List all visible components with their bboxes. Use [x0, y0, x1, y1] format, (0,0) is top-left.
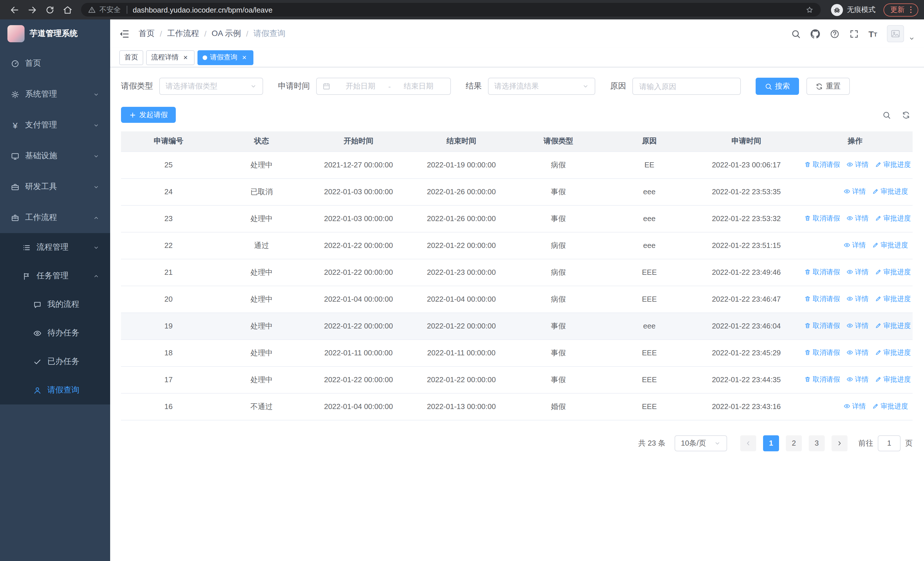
cancel-action-link[interactable]: 取消请假 [804, 321, 840, 331]
result-select[interactable]: 请选择流结果 [488, 78, 595, 95]
edit-icon [875, 349, 882, 356]
reset-button[interactable]: 重置 [806, 78, 850, 95]
sidebar-item-workflow[interactable]: 工作流程 [0, 202, 110, 233]
detail-action-link[interactable]: 详情 [843, 402, 866, 411]
reload-icon[interactable] [45, 5, 55, 15]
forward-icon[interactable] [27, 5, 37, 15]
detail-action-link[interactable]: 详情 [846, 160, 868, 170]
action-label: 详情 [855, 348, 868, 358]
create-leave-button[interactable]: 发起请假 [121, 107, 176, 123]
detail-action-link[interactable]: 详情 [846, 321, 868, 331]
progress-action-link[interactable]: 审批进度 [875, 348, 911, 358]
bookmark-star-icon[interactable] [805, 5, 814, 14]
page-button-2[interactable]: 2 [786, 435, 802, 451]
action-label: 详情 [852, 241, 866, 250]
sidebar-item-system-management[interactable]: 系统管理 [0, 79, 110, 110]
pagination: 共 23 条 10条/页 123 前往 页 [121, 435, 913, 451]
back-icon[interactable] [10, 5, 20, 15]
cell-start: 2022-01-03 00:00:00 [307, 205, 410, 232]
prev-page-button[interactable] [740, 435, 756, 451]
sidebar-item-payment-management[interactable]: ¥支付管理 [0, 110, 110, 141]
leave-type-label: 请假类型 [121, 81, 153, 92]
cancel-action-link[interactable]: 取消请假 [804, 348, 840, 358]
sidebar-item-dev-tools[interactable]: 研发工具 [0, 171, 110, 202]
detail-action-link[interactable]: 详情 [846, 375, 868, 385]
cell-type: 婚假 [513, 393, 604, 420]
progress-action-link[interactable]: 审批进度 [872, 187, 908, 197]
cell-reason: EE [604, 151, 695, 178]
viewport: 不安全 dashboard.yudao.iocoder.cn/bpm/oa/le… [0, 0, 924, 561]
delete-icon [804, 349, 811, 356]
progress-action-link[interactable]: 审批进度 [875, 267, 911, 277]
sidebar-item-done-tasks[interactable]: 已办任务 [0, 347, 110, 376]
next-page-button[interactable] [831, 435, 848, 451]
detail-action-link[interactable]: 详情 [846, 294, 868, 304]
sidebar-item-process-management[interactable]: 流程管理 [0, 233, 110, 262]
sidebar-item-todo-tasks[interactable]: 待办任务 [0, 319, 110, 347]
kebab-menu-icon[interactable] [906, 5, 915, 14]
logo[interactable]: 芋道管理系统 [0, 20, 110, 48]
breadcrumb-item[interactable]: 工作流程 [167, 29, 199, 39]
address-bar[interactable]: 不安全 dashboard.yudao.iocoder.cn/bpm/oa/le… [81, 3, 821, 17]
sidebar-item-infrastructure[interactable]: 基础设施 [0, 141, 110, 171]
github-icon[interactable] [810, 29, 820, 39]
page-unit-label: 页 [905, 438, 913, 448]
breadcrumb-item[interactable]: 首页 [139, 29, 154, 39]
sidebar-item-task-management[interactable]: 任务管理 [0, 262, 110, 290]
sidebar-item-my-process[interactable]: 我的流程 [0, 290, 110, 319]
user-avatar[interactable] [887, 25, 904, 42]
detail-action-link[interactable]: 详情 [846, 214, 868, 223]
tab-close-icon[interactable]: × [240, 53, 248, 62]
cell-reason: EEE [604, 339, 695, 366]
page-button-3[interactable]: 3 [809, 435, 825, 451]
detail-action-link[interactable]: 详情 [846, 348, 868, 358]
cell-applied: 2022-01-22 23:46:04 [695, 313, 798, 339]
reason-input[interactable] [632, 78, 741, 95]
progress-action-link[interactable]: 审批进度 [872, 241, 908, 250]
result-placeholder: 请选择流结果 [494, 81, 579, 92]
apply-time-range-picker[interactable]: 开始日期 - 结束日期 [316, 78, 451, 95]
sidebar-collapse-icon[interactable] [119, 28, 129, 39]
progress-action-link[interactable]: 审批进度 [875, 214, 911, 223]
progress-action-link[interactable]: 审批进度 [875, 375, 911, 385]
progress-action-link[interactable]: 审批进度 [872, 402, 908, 411]
tab-process-detail[interactable]: 流程详情× [146, 50, 195, 65]
fullscreen-icon[interactable] [849, 29, 859, 39]
breadcrumb-item[interactable]: OA 示例 [212, 29, 241, 39]
cell-end: 2022-01-11 00:00:00 [410, 339, 513, 366]
cancel-action-link[interactable]: 取消请假 [804, 267, 840, 277]
progress-action-link[interactable]: 审批进度 [875, 160, 911, 170]
page-button-1[interactable]: 1 [763, 435, 779, 451]
cell-reason: eee [604, 313, 695, 339]
cell-end: 2022-01-22 00:00:00 [410, 232, 513, 259]
toggle-search-icon[interactable] [882, 111, 891, 119]
header-search-icon[interactable] [791, 29, 801, 39]
cell-type: 病假 [513, 232, 604, 259]
cancel-action-link[interactable]: 取消请假 [804, 160, 840, 170]
detail-action-link[interactable]: 详情 [846, 267, 868, 277]
page-size-select[interactable]: 10条/页 [675, 435, 727, 451]
delete-icon [804, 161, 811, 168]
update-button[interactable]: 更新 [884, 3, 918, 16]
detail-action-link[interactable]: 详情 [843, 187, 866, 197]
sidebar-item-leave-query[interactable]: 请假查询 [0, 376, 110, 405]
font-size-icon[interactable]: TT [868, 30, 877, 38]
cancel-action-link[interactable]: 取消请假 [804, 214, 840, 223]
tab-home[interactable]: 首页 [119, 50, 143, 65]
tab-close-icon[interactable]: × [182, 53, 189, 62]
search-button[interactable]: 搜索 [756, 78, 799, 95]
home-icon[interactable] [63, 5, 72, 15]
help-icon[interactable] [830, 29, 839, 39]
leave-type-select[interactable]: 请选择请假类型 [159, 78, 263, 95]
table-refresh-icon[interactable] [902, 111, 910, 119]
cancel-action-link[interactable]: 取消请假 [804, 375, 840, 385]
detail-action-link[interactable]: 详情 [843, 241, 866, 250]
tab-leave-query[interactable]: 请假查询× [198, 50, 254, 65]
progress-action-link[interactable]: 审批进度 [875, 294, 911, 304]
progress-action-link[interactable]: 审批进度 [875, 321, 911, 331]
cancel-action-link[interactable]: 取消请假 [804, 294, 840, 304]
sidebar-item-home[interactable]: 首页 [0, 48, 110, 79]
user-menu-caret-icon[interactable] [909, 35, 915, 41]
goto-page-input[interactable] [878, 435, 901, 451]
column-header: 操作 [798, 131, 913, 151]
